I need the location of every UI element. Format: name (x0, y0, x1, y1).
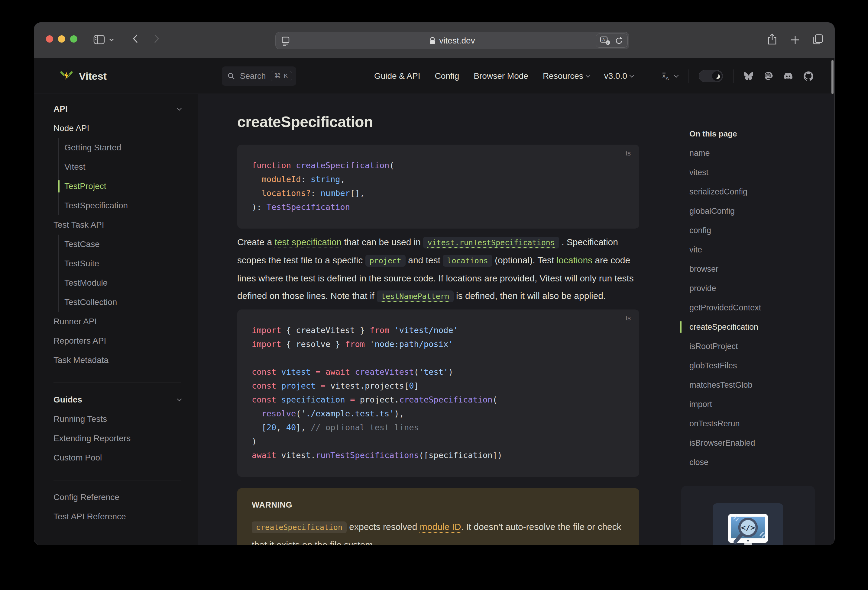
code-token: './example.test.ts' (301, 409, 394, 418)
outline-item-browser[interactable]: browser (689, 259, 828, 279)
inline-link[interactable]: locations (557, 255, 592, 265)
search-shortcut: ⌘ K (271, 71, 292, 81)
nav-link-v3-0-0[interactable]: v3.0.0 (604, 71, 633, 81)
url-field[interactable]: vitest.dev Ax (275, 32, 629, 49)
outline-item-vitest[interactable]: vitest (689, 163, 828, 182)
language-menu[interactable]: xA (661, 71, 678, 81)
github-icon[interactable] (804, 71, 813, 81)
url-text: vitest.dev (439, 36, 475, 46)
sidebar-item-task-metadata[interactable]: Task Metadata (53, 350, 181, 370)
code-line: resolve('./example.test.ts'), (252, 407, 625, 421)
outline-item-isrootproject[interactable]: isRootProject (689, 337, 828, 356)
sidebar-item-getting-started[interactable]: Getting Started (64, 138, 181, 157)
bluesky-icon[interactable] (744, 72, 753, 81)
sidebar-item-custom-pool[interactable]: Custom Pool (53, 448, 181, 468)
inline-link[interactable]: test specification (275, 237, 341, 247)
code-token: , (340, 175, 345, 184)
vitest-logo[interactable]: Vitest (59, 58, 107, 94)
sidebar-item-config-reference[interactable]: Config Reference (53, 488, 181, 507)
inline-code-link[interactable]: testNamePattern (377, 290, 454, 302)
paragraph-text: expects resolved (347, 522, 420, 532)
share-icon[interactable] (768, 34, 777, 45)
code-token (389, 325, 394, 335)
minimize-window-button[interactable] (58, 35, 65, 43)
inline-code: createSpecification (252, 521, 347, 533)
sidebar-item-vitest[interactable]: Vitest (64, 157, 181, 177)
sidebar-item-test-task-api[interactable]: Test Task API (53, 215, 181, 235)
divider (733, 69, 734, 83)
code-token: ( (296, 409, 301, 418)
chevron-down-icon[interactable] (109, 38, 114, 41)
outline-item-serializedconfig[interactable]: serializedConfig (689, 182, 828, 202)
outline-item-globtestfiles[interactable]: globTestFiles (689, 356, 828, 375)
theme-toggle[interactable] (699, 70, 723, 82)
outline-item-vite[interactable]: vite (689, 240, 828, 259)
outline-item-isbrowserenabled[interactable]: isBrowserEnabled (689, 433, 828, 453)
code-lang-badge: ts (626, 314, 631, 322)
paragraph-text: Create a (237, 237, 275, 247)
page-scrollbar[interactable] (831, 60, 834, 94)
code-lang-badge: ts (626, 150, 631, 157)
translate-icon[interactable]: Ax (600, 36, 611, 45)
outline-item-ontestsrerun[interactable]: onTestsRerun (689, 414, 828, 433)
code-token: createSpecification (399, 395, 493, 404)
nav-link-resources[interactable]: Resources (543, 71, 590, 81)
outline-item-provide[interactable]: provide (689, 279, 828, 298)
inline-code-link[interactable]: vitest.runTestSpecifications (423, 237, 559, 249)
sidebar-item-running-tests[interactable]: Running Tests (53, 409, 181, 429)
outline-item-globalconfig[interactable]: globalConfig (689, 202, 828, 221)
sidebar-item-testproject[interactable]: TestProject (64, 177, 181, 196)
sponsor-card[interactable]: </> (681, 486, 815, 545)
outline-item-name[interactable]: name (689, 143, 828, 163)
code-token: { resolve } (281, 339, 345, 349)
nav-link-guide-api[interactable]: Guide & API (374, 71, 421, 81)
translate-icon: xA (661, 71, 671, 81)
outline-item-matchestestglob[interactable]: matchesTestGlob (689, 375, 828, 395)
sidebar-item-node-api[interactable]: Node API (53, 119, 181, 138)
nav-link-browser-mode[interactable]: Browser Mode (474, 71, 528, 81)
outline-item-getprovidedcontext[interactable]: getProvidedContext (689, 298, 828, 317)
code-token (252, 409, 262, 418)
sidebar-item-reporters-api[interactable]: Reporters API (53, 331, 181, 350)
sidebar-item-testspecification[interactable]: TestSpecification (64, 196, 181, 215)
outline-item-createspecification[interactable]: createSpecification (689, 317, 828, 337)
warning-title: WARNING (252, 500, 625, 510)
code-token: 40 (286, 423, 296, 432)
forward-button[interactable] (154, 34, 159, 43)
on-this-page: On this page namevitestserializedConfigg… (689, 124, 828, 472)
nav-link-config[interactable]: Config (435, 71, 459, 81)
sidebar-section-api[interactable]: API (53, 99, 181, 119)
doc-content: createSpecification ts function createSp… (198, 94, 834, 545)
tab-overview-icon[interactable] (813, 34, 823, 44)
outline-item-import[interactable]: import (689, 395, 828, 414)
reload-icon[interactable] (615, 37, 623, 45)
code-line: const specification = project.createSpec… (252, 393, 625, 407)
sidebar-item-extending-reporters[interactable]: Extending Reporters (53, 429, 181, 448)
code-token: = (350, 395, 355, 404)
code-token (321, 367, 326, 377)
zoom-window-button[interactable] (70, 35, 77, 43)
sidebar-section-guides[interactable]: Guides (53, 390, 181, 409)
close-window-button[interactable] (46, 35, 53, 43)
discord-icon[interactable] (783, 72, 793, 80)
sidebar-item-testsuite[interactable]: TestSuite (64, 254, 181, 273)
code-line: locations?: number[], (252, 186, 625, 200)
sidebar-item-testcollection[interactable]: TestCollection (64, 293, 181, 312)
back-button[interactable] (133, 34, 138, 43)
search-button[interactable]: Search ⌘ K (222, 66, 296, 86)
outline-item-close[interactable]: close (689, 453, 828, 472)
inline-code: project (365, 255, 406, 266)
code-token: { createVitest } (281, 325, 370, 335)
sidebar-item-testcase[interactable]: TestCase (64, 235, 181, 254)
inline-link[interactable]: module ID (420, 522, 461, 532)
sidebar-item-testmodule[interactable]: TestModule (64, 273, 181, 293)
sidebar-item-runner-api[interactable]: Runner API (53, 312, 181, 331)
new-tab-icon[interactable] (791, 35, 800, 44)
code-token: 'vitest/node' (394, 325, 458, 335)
sidebar-item-test-api-reference[interactable]: Test API Reference (53, 507, 181, 526)
outline-item-config[interactable]: config (689, 221, 828, 240)
paragraph-text: that can be used in (341, 237, 423, 247)
sidebar-toggle-icon[interactable] (93, 35, 105, 44)
mastodon-icon[interactable] (764, 71, 773, 81)
paragraph-text: and test (406, 255, 443, 265)
